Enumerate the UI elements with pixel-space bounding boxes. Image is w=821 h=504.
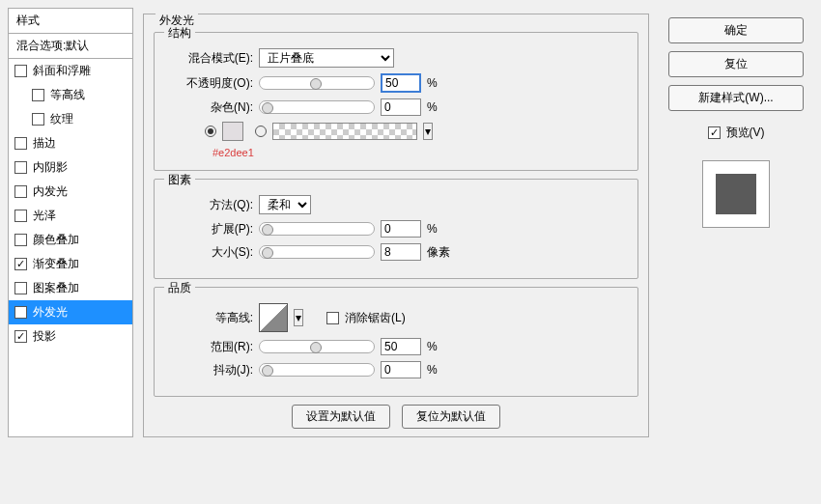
sidebar-label-0: 斜面和浮雕 [33, 63, 91, 79]
elements-title: 图素 [164, 172, 195, 188]
sidebar-checkbox-11[interactable] [14, 330, 27, 343]
sidebar-label-3: 描边 [33, 135, 56, 152]
sidebar-item-0[interactable]: 斜面和浮雕 [9, 59, 132, 83]
sidebar-checkbox-0[interactable] [14, 65, 27, 77]
structure-group: 结构 混合模式(E): 正片叠底 不透明度(O): % 杂色(N): % [154, 32, 638, 171]
sidebar-header: 样式 [9, 9, 132, 34]
sidebar-checkbox-8[interactable] [14, 258, 27, 270]
sidebar-item-3[interactable]: 描边 [9, 131, 132, 155]
preview-label: 预览(V) [726, 125, 765, 141]
sidebar-label-2: 纹理 [50, 111, 73, 127]
gradient-radio[interactable] [255, 126, 267, 137]
new-style-button[interactable]: 新建样式(W)... [668, 85, 804, 111]
ok-button[interactable]: 确定 [668, 17, 804, 43]
opacity-slider[interactable] [259, 76, 375, 90]
sidebar-label-10: 外发光 [33, 304, 68, 321]
sidebar-label-6: 光泽 [33, 208, 56, 224]
spread-slider[interactable] [259, 222, 375, 236]
reset-default-button[interactable]: 复位为默认值 [402, 405, 500, 429]
sidebar-item-9[interactable]: 图案叠加 [9, 276, 132, 300]
jitter-unit: % [427, 363, 438, 377]
sidebar-item-1[interactable]: 等高线 [9, 83, 132, 107]
sidebar-item-4[interactable]: 内阴影 [9, 155, 132, 180]
sidebar-label-5: 内发光 [33, 183, 68, 200]
sidebar-checkbox-9[interactable] [14, 282, 27, 294]
dialog-buttons: 确定 复位 新建样式(W)... 预览(V) [659, 8, 813, 437]
sidebar-checkbox-3[interactable] [14, 137, 27, 150]
antialias-label: 消除锯齿(L) [345, 310, 406, 326]
sidebar-label-9: 图案叠加 [33, 280, 79, 296]
range-unit: % [427, 340, 438, 353]
spread-label: 扩展(P): [166, 221, 253, 238]
sidebar-item-11[interactable]: 投影 [9, 324, 132, 349]
sidebar-checkbox-5[interactable] [14, 185, 27, 198]
sidebar-label-8: 渐变叠加 [33, 256, 79, 272]
sidebar-item-6[interactable]: 光泽 [9, 204, 132, 228]
gradient-dropdown-icon[interactable]: ▾ [423, 123, 433, 140]
size-input[interactable] [381, 243, 421, 261]
styles-sidebar: 样式 混合选项:默认 斜面和浮雕等高线纹理描边内阴影内发光光泽颜色叠加渐变叠加图… [8, 8, 133, 437]
sidebar-checkbox-1[interactable] [32, 89, 44, 101]
sidebar-label-11: 投影 [33, 328, 56, 345]
contour-dropdown-icon[interactable]: ▾ [294, 309, 303, 326]
technique-label: 方法(Q): [166, 197, 253, 213]
sidebar-checkbox-2[interactable] [32, 113, 44, 126]
noise-input[interactable] [381, 98, 421, 116]
blending-options[interactable]: 混合选项:默认 [9, 34, 132, 59]
range-label: 范围(R): [166, 339, 253, 355]
preview-swatch [716, 174, 756, 214]
spread-unit: % [427, 222, 438, 236]
sidebar-label-1: 等高线 [50, 87, 85, 103]
set-default-button[interactable]: 设置为默认值 [292, 405, 390, 429]
noise-label: 杂色(N): [166, 99, 253, 116]
sidebar-item-10[interactable]: 外发光 [9, 300, 132, 324]
size-label: 大小(S): [166, 244, 253, 261]
size-slider[interactable] [259, 245, 375, 259]
sidebar-label-4: 内阴影 [33, 159, 68, 176]
range-slider[interactable] [259, 340, 375, 353]
sidebar-item-8[interactable]: 渐变叠加 [9, 252, 132, 276]
blend-mode-select[interactable]: 正片叠底 [259, 48, 394, 68]
preview-checkbox[interactable] [708, 126, 721, 139]
gradient-picker[interactable] [272, 123, 417, 140]
contour-picker[interactable] [259, 303, 288, 332]
outer-glow-panel: 外发光 结构 混合模式(E): 正片叠底 不透明度(O): % 杂色(N): [143, 14, 649, 437]
jitter-input[interactable] [381, 361, 421, 378]
noise-unit: % [427, 100, 438, 114]
elements-group: 图素 方法(Q): 柔和 扩展(P): % 大小(S): 像素 [154, 179, 638, 279]
color-radio[interactable] [205, 126, 216, 137]
quality-title: 品质 [164, 280, 195, 296]
antialias-checkbox[interactable] [326, 312, 339, 324]
sidebar-checkbox-7[interactable] [14, 234, 27, 246]
preview-thumbnail [702, 160, 770, 228]
sidebar-item-2[interactable]: 纹理 [9, 107, 132, 131]
contour-label: 等高线: [166, 310, 253, 326]
jitter-slider[interactable] [259, 363, 375, 377]
noise-slider[interactable] [259, 100, 375, 114]
sidebar-checkbox-6[interactable] [14, 210, 27, 222]
cancel-button[interactable]: 复位 [668, 51, 804, 77]
opacity-input[interactable] [381, 73, 421, 93]
technique-select[interactable]: 柔和 [259, 195, 311, 214]
blend-mode-label: 混合模式(E): [166, 50, 253, 67]
opacity-label: 不透明度(O): [166, 75, 253, 92]
range-input[interactable] [381, 338, 421, 355]
spread-input[interactable] [381, 220, 421, 238]
color-swatch[interactable] [222, 122, 243, 141]
jitter-label: 抖动(J): [166, 362, 253, 378]
sidebar-item-5[interactable]: 内发光 [9, 180, 132, 204]
color-hex-annotation: #e2dee1 [212, 147, 626, 158]
size-unit: 像素 [427, 244, 450, 261]
quality-group: 品质 等高线: ▾ 消除锯齿(L) 范围(R): % 抖动(J): [154, 287, 638, 397]
sidebar-label-7: 颜色叠加 [33, 232, 79, 248]
sidebar-item-7[interactable]: 颜色叠加 [9, 228, 132, 252]
sidebar-checkbox-10[interactable] [14, 306, 27, 319]
opacity-unit: % [427, 76, 438, 90]
sidebar-checkbox-4[interactable] [14, 161, 27, 174]
structure-title: 结构 [164, 25, 195, 42]
